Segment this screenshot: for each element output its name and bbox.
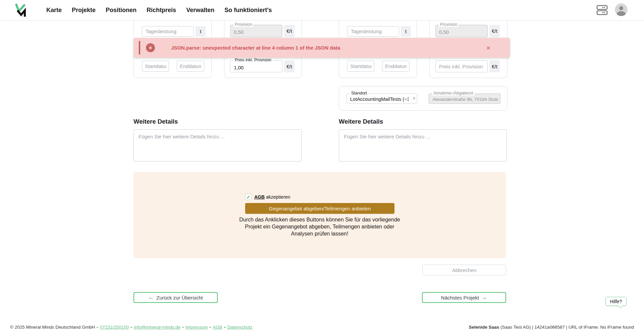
offer-description-line: Projekt ein Gegenangebot abgeben, Teilme… — [232, 223, 407, 230]
standort-label: Standort — [350, 91, 368, 95]
alert-accent-bar — [139, 41, 140, 55]
footer-env-info: (Saas Test AG) | 14241a066587 | URL of i… — [499, 325, 634, 330]
provision-input — [436, 25, 487, 37]
nav-item-karte[interactable]: Karte — [46, 7, 62, 14]
main-nav: Karte Projekte Positionen Richtpreis Ver… — [46, 0, 272, 20]
separator-dot: • — [224, 325, 226, 330]
details-heading-left: Weitere Details — [133, 118, 178, 125]
counter-offer-button[interactable]: Gegenangebot abgeben/Teilmengen anbieten — [245, 203, 394, 214]
separator-dot: • — [182, 325, 184, 330]
details-textarea-left[interactable] — [133, 129, 302, 161]
offer-description: Durch das Anklicken dieses Buttons könne… — [232, 216, 407, 237]
enddatum-input[interactable] — [382, 61, 410, 72]
unit-label-eur-t: €/t — [284, 25, 294, 37]
footer-left: © 2025 Mineral Minds Deutschland GmbH • … — [10, 325, 252, 330]
preis-inkl-provision-input[interactable] — [435, 60, 488, 72]
error-alert: ✕ JSON.parse: unexpected character at li… — [133, 38, 510, 58]
separator-dot: • — [97, 325, 98, 330]
standort-value: LotAccountingMailTests (~3 k... — [350, 96, 409, 102]
back-button-label: Zurück zur Übersicht — [156, 295, 203, 301]
cancel-button[interactable]: Abbrechen — [422, 265, 506, 275]
check-icon: ✓ — [247, 194, 251, 200]
unit-label-t: t — [401, 26, 411, 37]
offer-description-line: Durch das Anklicken dieses Buttons könne… — [232, 216, 407, 223]
arrow-left-icon: ← — [148, 294, 154, 301]
standort-card: Standort LotAccountingMailTests (~3 k...… — [339, 86, 507, 111]
standort-field[interactable]: Standort LotAccountingMailTests (~3 k...… — [346, 93, 417, 104]
nav-item-positionen[interactable]: Positionen — [106, 7, 137, 14]
agb-text: akzeptieren — [266, 194, 290, 200]
provision-field: Provision — [230, 25, 282, 37]
agb-checkbox[interactable]: ✓ — [245, 194, 252, 200]
alert-message: JSON.parse: unexpected character at line… — [171, 38, 340, 58]
separator-dot: • — [209, 325, 211, 330]
preis-inkl-provision-input[interactable] — [230, 61, 282, 72]
footer-link-datenschutz[interactable]: Datenschutz — [227, 325, 252, 330]
abgabeort-value: Alexanderstraße 9b, 70184 Stuttgart — [432, 97, 498, 102]
startdatum-input[interactable] — [142, 61, 169, 72]
user-avatar-button[interactable] — [615, 3, 628, 16]
top-navigation-bar: Karte Projekte Positionen Richtpreis Ver… — [0, 0, 644, 20]
arrow-right-icon: → — [481, 294, 487, 301]
unit-label-eur-t: €/t — [489, 25, 500, 37]
enddatum-input[interactable] — [177, 61, 204, 72]
footer-right: Selenide Saas (Saas Test AG) | 14241a066… — [469, 325, 634, 330]
unit-label-eur-t: €/t — [489, 60, 500, 72]
footer-link-phone[interactable]: 07151/250100 — [100, 325, 129, 330]
separator-dot: • — [130, 325, 132, 330]
next-project-button[interactable]: Nächstes Projekt → — [422, 292, 506, 303]
copyright-text: © 2025 Mineral Minds Deutschland GmbH — [10, 325, 95, 330]
tagesleistung-input[interactable] — [347, 26, 399, 37]
unit-label-t: t — [196, 26, 206, 37]
agb-link[interactable]: AGB — [254, 194, 265, 200]
nav-item-so-funktionierts[interactable]: So funktioniert's — [224, 7, 272, 14]
details-heading-right: Weitere Details — [339, 118, 383, 125]
offer-description-line: Analysen prüfen lassen! — [232, 230, 407, 237]
unit-label-eur-t: €/t — [284, 60, 294, 72]
page: Karte Projekte Positionen Richtpreis Ver… — [0, 0, 644, 333]
footer-app-name: Selenide Saas — [469, 325, 499, 330]
nav-item-richtpreis[interactable]: Richtpreis — [147, 7, 176, 14]
preis-inkl-provision-field: Preis inkl. Provision — [230, 60, 282, 72]
error-icon: ✕ — [146, 43, 155, 52]
abgabeort-field: Annahme-/Abgabeort Alexanderstraße 9b, 7… — [429, 93, 500, 104]
help-button[interactable]: Hilfe? — [605, 297, 627, 306]
provision-field: Provision — [435, 25, 488, 37]
details-textarea-right[interactable] — [339, 129, 507, 161]
back-to-overview-button[interactable]: ← Zurück zur Übersicht — [133, 292, 218, 303]
footer-link-email[interactable]: info@mineral-minds.de — [134, 325, 180, 330]
provision-input — [230, 25, 282, 37]
startdatum-input[interactable] — [347, 61, 374, 72]
footer-link-agb[interactable]: AGB — [213, 325, 222, 330]
close-icon[interactable]: × — [486, 38, 490, 58]
agb-row: ✓ AGB akzeptieren — [245, 194, 290, 200]
next-button-label: Nächstes Projekt — [441, 295, 479, 301]
nav-item-projekte[interactable]: Projekte — [72, 7, 96, 14]
agb-label: AGB akzeptieren — [254, 194, 290, 200]
footer-link-impressum[interactable]: Impressum — [185, 325, 208, 330]
nav-item-verwalten[interactable]: Verwalten — [186, 7, 214, 14]
user-icon — [615, 3, 628, 16]
offer-section: ✓ AGB akzeptieren Gegenangebot abgeben/T… — [133, 172, 506, 258]
tagesleistung-input[interactable] — [142, 26, 194, 37]
server-stack-icon[interactable] — [596, 5, 608, 17]
logo-icon[interactable] — [15, 3, 28, 17]
footer: © 2025 Mineral Minds Deutschland GmbH • … — [0, 321, 644, 333]
abgabeort-label: Annahme-/Abgabeort — [432, 91, 475, 95]
clear-icon[interactable]: × — [413, 95, 416, 102]
